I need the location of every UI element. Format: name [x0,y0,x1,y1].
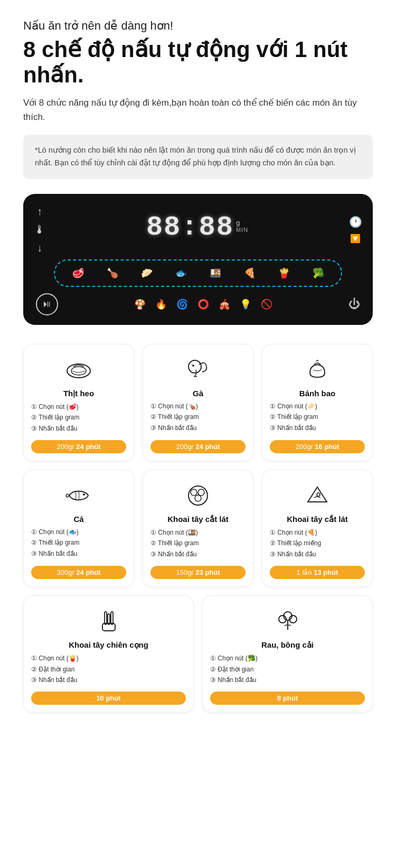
step-item: ① Chọn nút (🥦) [210,654,365,663]
card-banh-bao-badge: 200gr 16 phút [270,440,365,453]
step-item: ② Thiết lập gram [31,413,126,422]
food-buttons-row: 🥩 🍗 🥟 🐟 🍱 🍕 🍟 🥦 [54,259,342,287]
headline-desc: Với 8 chức năng nấu tự động đi kèm,bạn h… [23,96,373,124]
time-up-icon[interactable]: 🕐 [349,216,362,228]
step-item: ② Thiết lập gram [150,539,246,548]
step-item: ③ Nhấn bắt đầu [150,550,246,559]
mode-icon-7[interactable]: 🚫 [261,298,272,310]
khoai-chien-icon [94,606,124,636]
card-khoai-lat-1: Khoai tây cắt lát ① Chọn nút (🍱) ② Thiết… [143,470,253,587]
time-down-icon[interactable]: 🔽 [350,234,361,244]
step-item: ③ Nhấn bắt đầu [31,424,126,433]
headline-sub: Nấu ăn trở nên dễ dàng hơn! [23,19,373,33]
card-rau-bong-cai: Rau, bông cải ① Chọn nút (🥦) ② Đặt thời … [202,595,373,713]
card-khoai-chien-badge: 10 phút [31,692,186,705]
food-btn-meat[interactable]: 🥩 [70,265,87,282]
thit-heo-icon [64,355,93,385]
mode-icon-4[interactable]: ⭕ [197,298,209,310]
note-text: *Lò nướng còn cho biết khi nào nên lật m… [35,144,361,170]
food-btn-fries[interactable]: 🍟 [276,265,293,282]
mode-icons: 🍄 🔥 🌀 ⭕ 🎪 💡 🚫 [58,298,348,310]
card-rau-bong-cai-badge: 8 phút [210,692,365,705]
mode-icon-5[interactable]: 🎪 [219,298,230,310]
step-item: ① Chọn nút (🍗) [150,402,246,411]
card-khoai-lat-2-steps: ① Chọn nút (🍕) ② Thiết lập miếng ③ Nhấn … [270,528,365,561]
card-khoai-lat-2-badge: 1 lần 13 phút [270,566,365,579]
temp-up-icon[interactable]: ↑ [37,206,42,218]
mode-icon-2[interactable]: 🔥 [155,298,167,310]
step-item: ① Chọn nút (🍱) [150,528,246,537]
step-item: ② Thiết lập miếng [270,539,365,548]
card-khoai-lat-2-title: Khoai tây cắt lát [270,515,365,524]
card-ga-badge: 200gr 24 phút [150,440,246,453]
headline-main: 8 chế độ nấu tự động với 1 nút nhấn. [23,37,373,88]
rau-bong-cai-icon [273,606,303,636]
note-box: *Lò nướng còn cho biết khi nào nên lật m… [23,135,373,179]
card-banh-bao-title: Bánh bao [270,389,365,398]
card-thit-heo-badge: 200gr 24 phút [31,440,126,453]
svg-point-1 [71,367,86,375]
mode-icon-1[interactable]: 🍄 [134,298,146,310]
play-pause-button[interactable]: ⏯ [36,293,58,315]
cards-grid-row3: Khoai tây chiên cọng ① Chọn nút (🍟) ② Đặ… [23,595,373,713]
card-khoai-chien-steps: ① Chọn nút (🍟) ② Đặt thời gian ③ Nhấn bắ… [31,654,186,686]
svg-point-6 [191,489,197,496]
step-item: ① Chọn nút (🍕) [270,528,365,537]
mode-icon-6[interactable]: 💡 [240,298,251,310]
step-item: ② Thiết lập gram [31,538,126,547]
ga-icon [183,355,213,385]
card-thit-heo-steps: ① Chọn nút (🥩) ② Thiết lập gram ③ Nhấn b… [31,403,126,435]
card-rau-bong-cai-steps: ① Chọn nút (🥦) ② Đặt thời gian ③ Nhấn bắ… [210,654,365,686]
step-item: ② Thiết lập gram [150,413,246,422]
step-item: ③ Nhấn bắt đầu [270,550,365,559]
step-item: ③ Nhấn bắt đầu [150,424,246,433]
temp-down-icon[interactable]: ↓ [37,242,42,254]
card-khoai-lat-1-badge: 150gr 23 phút [150,566,246,579]
control-panel: ↑ 🌡 ↓ 88:88 g MIN 🕐 🔽 🥩 🍗 🥟 [23,194,373,325]
step-item: ② Thiết lập gram [270,413,365,422]
step-item: ③ Nhấn bắt đầu [31,676,186,685]
card-ca-badge: 300gr 24 phút [31,566,126,579]
cards-grid-row1: Thịt heo ① Chọn nút (🥩) ② Thiết lập gram… [23,344,373,461]
cards-grid-row2: Cá ① Chọn nút (🐟) ② Thiết lập gram ③ Nhấ… [23,470,373,587]
gram-label: g [236,219,240,227]
svg-point-3 [192,365,194,367]
step-item: ① Chọn nút (🥩) [31,403,126,412]
time-controls: 🕐 🔽 [349,216,362,244]
card-ga: Gà ① Chọn nút (🍗) ② Thiết lập gram ③ Nhấ… [143,344,253,461]
food-btn-fish[interactable]: 🐟 [173,265,190,282]
mode-icon-3[interactable]: 🌀 [176,298,188,310]
thermometer-icon: 🌡 [34,223,45,237]
step-item: ① Chọn nút (🥟) [270,402,365,411]
card-ca-steps: ① Chọn nút (🐟) ② Thiết lập gram ③ Nhấn b… [31,528,126,560]
svg-rect-11 [105,612,107,624]
power-button[interactable]: ⏻ [348,297,360,311]
food-btn-dumpling[interactable]: 🥟 [138,265,155,282]
card-khoai-chien-title: Khoai tây chiên cọng [31,640,186,650]
card-ga-steps: ① Chọn nút (🍗) ② Thiết lập gram ③ Nhấn b… [150,402,246,434]
banh-bao-icon [303,355,332,385]
step-item: ② Đặt thời gian [210,665,365,674]
card-banh-bao-steps: ① Chọn nút (🥟) ② Thiết lập gram ③ Nhấn b… [270,402,365,434]
svg-point-5 [188,486,208,505]
khoai-lat-2-icon [303,481,332,510]
food-btn-rolls[interactable]: 🍱 [207,265,224,282]
food-btn-pizza[interactable]: 🍕 [241,265,258,282]
timer-value: 88:88 [146,214,234,241]
step-item: ② Đặt thời gian [31,665,186,674]
card-khoai-lat-2: Khoai tây cắt lát ① Chọn nút (🍕) ② Thiết… [262,470,373,587]
timer-display: 88:88 g MIN [146,214,248,241]
card-khoai-lat-1-title: Khoai tây cắt lát [150,515,246,524]
min-label: MIN [236,227,248,233]
khoai-lat-1-icon [183,481,213,510]
card-rau-bong-cai-title: Rau, bông cải [210,640,365,650]
card-thit-heo: Thịt heo ① Chọn nút (🥩) ② Thiết lập gram… [23,344,134,461]
svg-point-2 [188,360,201,373]
food-btn-broccoli[interactable]: 🥦 [310,265,327,282]
card-thit-heo-title: Thịt heo [31,389,126,398]
card-banh-bao: Bánh bao ① Chọn nút (🥟) ② Thiết lập gram… [262,344,373,461]
food-btn-chicken[interactable]: 🍗 [104,265,121,282]
svg-point-0 [67,364,90,378]
step-item: ③ Nhấn bắt đầu [210,676,365,685]
step-item: ③ Nhấn bắt đầu [270,424,365,433]
